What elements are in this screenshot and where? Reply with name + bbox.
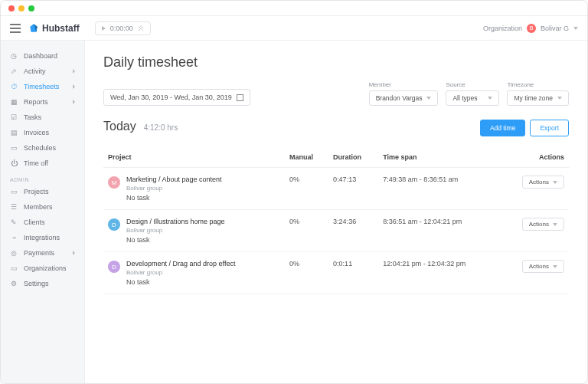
sidebar-item-schedules[interactable]: ▭Schedules [1,140,84,156]
filter-member-value: Brandon Vargas [376,94,423,102]
cell-timespan: 8:36:51 am - 12:04:21 pm [378,210,500,252]
sidebar-item-dashboard[interactable]: ◷Dashboard [1,48,84,64]
sidebar-item-settings[interactable]: ⚙Settings [1,276,84,291]
filter-timezone-value: My time zone [514,94,553,102]
org-switcher[interactable]: Organization B Bolivar G [483,24,578,33]
sidebar-item-organizations[interactable]: ▭Organizations [1,261,84,276]
sidebar-item-label: Payments [24,249,54,257]
chevron-down-icon [553,223,557,226]
project-avatar: D [108,218,120,231]
org-label: Organization [483,25,522,32]
cell-manual: 0% [285,168,328,210]
chevron-right-icon [73,69,75,74]
timesheet-table: Project Manual Duration Time span Action… [103,147,569,294]
sidebar-item-label: Clients [24,218,45,226]
cell-manual: 0% [285,210,328,252]
project-title[interactable]: Development / Drag and drop effect [126,260,235,267]
cell-duration: 0:0:11 [328,252,378,294]
timer-widget[interactable]: 0:00:00 [95,21,151,35]
table-row: DDesign / Illustrations home pageBolivar… [103,210,569,252]
sidebar-item-label: Organizations [24,264,67,272]
maximize-window-icon[interactable] [28,5,34,11]
sidebar-item-label: Members [24,203,53,211]
sidebar-section-admin: Admin [1,171,84,184]
nav-icon: ⬀ [10,67,18,75]
project-task: No task [126,278,235,286]
cell-duration: 0:47:13 [328,168,378,210]
brand-logo[interactable]: Hubstaff [28,23,80,34]
minimize-window-icon[interactable] [18,5,24,11]
chevron-down-icon [573,27,578,30]
nav-icon: ☑ [10,113,18,121]
sidebar-item-invoices[interactable]: ▤Invoices [1,125,84,140]
date-range-picker[interactable]: Wed, Jan 30, 2019 - Wed, Jan 30, 2019 [103,89,250,106]
topbar: Hubstaff 0:00:00 Organization B Bolivar … [1,16,587,41]
sidebar-item-integrations[interactable]: ⌁Integrations [1,230,84,245]
nav-icon: ▦ [10,98,18,106]
nav-icon: ◷ [10,52,18,60]
nav-icon: ⏻ [10,159,18,167]
sidebar-item-clients[interactable]: ✎Clients [1,215,84,230]
project-avatar: D [108,261,120,273]
project-task: No task [126,194,222,202]
nav-icon: ▭ [10,144,18,152]
export-button[interactable]: Export [530,120,569,136]
project-title[interactable]: Marketing / About page content [126,176,222,183]
date-range-value: Wed, Jan 30, 2019 - Wed, Jan 30, 2019 [110,94,232,101]
cell-manual: 0% [285,252,328,294]
timer-value: 0:00:00 [110,25,133,32]
chevron-down-icon [488,97,492,100]
sidebar-item-time-off[interactable]: ⏻Time off [1,156,84,171]
sidebar-item-label: Settings [24,280,49,287]
col-manual: Manual [285,147,328,168]
filter-source-dropdown[interactable]: All types [446,90,499,106]
sidebar-item-label: Integrations [24,234,60,241]
sidebar-item-members[interactable]: ☰Members [1,199,84,215]
nav-icon: ⚙ [10,280,18,287]
sidebar-item-label: Reports [24,98,48,106]
close-window-icon[interactable] [8,5,15,11]
filter-timezone-dropdown[interactable]: My time zone [507,90,569,106]
col-timespan: Time span [378,147,500,168]
chevron-right-icon [73,84,75,89]
cell-timespan: 12:04:21 pm - 12:04:32 pm [378,252,500,294]
nav-icon: ▭ [10,188,18,195]
chevron-right-icon [73,251,75,255]
expand-icon [138,25,144,31]
menu-toggle-icon[interactable] [10,24,21,33]
main-content: Daily timesheet Wed, Jan 30, 2019 - Wed,… [85,41,587,383]
nav-icon: ▤ [10,129,18,136]
project-group: Bolivar group [126,269,235,276]
chevron-down-icon [426,97,431,100]
filter-member-dropdown[interactable]: Brandon Vargas [369,90,439,106]
sidebar-item-payments[interactable]: ◎Payments [1,245,84,261]
hubstaff-logo-icon [28,23,39,34]
chevron-right-icon [73,100,75,104]
play-icon [102,26,106,31]
filter-timezone-label: Timezone [507,81,569,88]
org-user-name: Bolivar G [541,25,569,32]
nav-icon: ✎ [10,218,18,226]
chevron-down-icon [553,265,557,268]
row-actions-button[interactable]: Actions [522,260,564,273]
project-title[interactable]: Design / Illustrations home page [126,218,225,225]
sidebar-item-tasks[interactable]: ☑Tasks [1,110,84,125]
sidebar-item-reports[interactable]: ▦Reports [1,94,84,110]
row-actions-button[interactable]: Actions [522,218,564,231]
sidebar-item-label: Projects [24,188,49,195]
sidebar-item-label: Activity [24,67,46,75]
sidebar-item-timesheets[interactable]: ⏱Timesheets [1,79,84,94]
nav-icon: ◎ [10,249,18,257]
nav-icon: ▭ [10,264,18,272]
nav-icon: ⌁ [10,234,18,241]
cell-timespan: 7:49:38 am - 8:36:51 am [378,168,500,210]
add-time-button[interactable]: Add time [480,120,526,136]
today-hours: 4:12:0 hrs [144,123,178,132]
sidebar-item-activity[interactable]: ⬀Activity [1,64,84,79]
sidebar-item-projects[interactable]: ▭Projects [1,184,84,199]
row-actions-button[interactable]: Actions [522,176,564,189]
filter-source-label: Source [446,81,499,88]
user-avatar: B [527,24,536,33]
project-task: No task [126,236,225,244]
brand-name: Hubstaff [42,23,80,34]
